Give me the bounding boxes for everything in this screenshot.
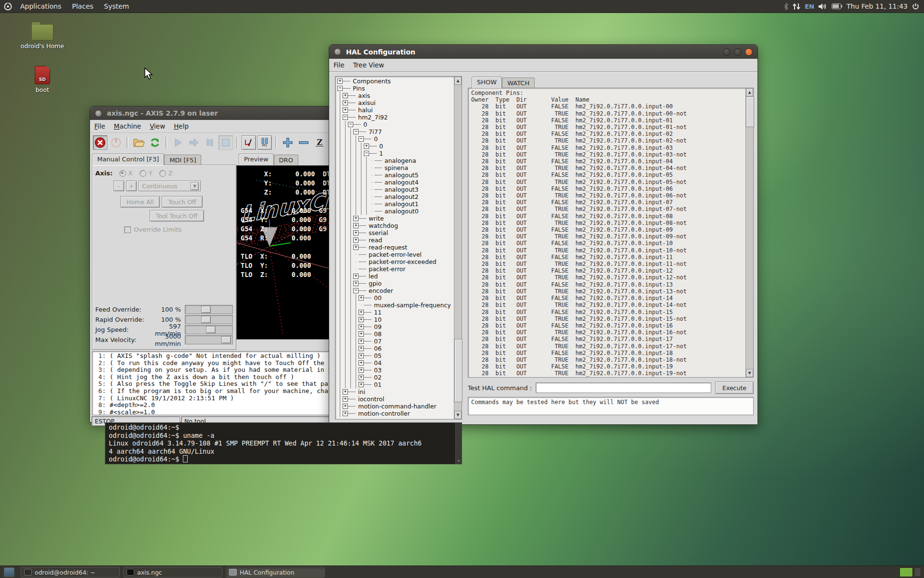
zoom-in-button[interactable] xyxy=(281,135,295,150)
taskbar-item-hal[interactable]: HAL Configuration xyxy=(226,567,325,578)
tree-item-10[interactable]: +10 xyxy=(337,316,454,323)
tree-item-gpio[interactable]: +gpio xyxy=(337,280,454,287)
jog-plus-button[interactable]: + xyxy=(126,181,137,191)
tree-item-led[interactable]: +led xyxy=(337,273,454,280)
axis-radio-x[interactable]: X xyxy=(119,170,133,177)
tree-item-analogout5[interactable]: analogout5 xyxy=(337,171,454,179)
expand-icon[interactable]: + xyxy=(343,404,348,409)
tree-scrollbar[interactable]: ▲ ▼ xyxy=(454,77,462,419)
desktop-icon-boot[interactable]: SD boot xyxy=(20,66,64,93)
terminal-scrollbar[interactable]: ▾ xyxy=(455,423,462,464)
expand-icon[interactable]: + xyxy=(343,411,348,416)
reload-button[interactable] xyxy=(148,135,162,150)
expand-icon[interactable]: + xyxy=(353,237,359,243)
axis-radio-z[interactable]: Z xyxy=(159,170,173,177)
tree-item-01[interactable]: +01 xyxy=(337,381,454,388)
tree-item-halui[interactable]: +halui xyxy=(337,106,454,114)
tree-item-0[interactable]: −0 xyxy=(337,121,454,128)
tree-item-analogout0[interactable]: analogout0 xyxy=(337,208,454,215)
tree-item-axisui[interactable]: +axisui xyxy=(337,99,454,106)
execute-button[interactable]: Execute xyxy=(715,381,754,394)
terminal-window[interactable]: odroid@odroid64:~$ odroid@odroid64:~$ un… xyxy=(105,422,462,464)
menu-file[interactable]: File xyxy=(90,122,110,130)
tree-item-analogout1[interactable]: analogout1 xyxy=(337,200,454,208)
expand-icon[interactable]: + xyxy=(353,223,359,228)
scroll-up-icon[interactable]: ▲ xyxy=(746,88,753,96)
expand-icon[interactable]: + xyxy=(337,79,343,84)
show-desktop-icon[interactable] xyxy=(4,567,14,577)
override-slider[interactable] xyxy=(185,315,233,324)
expand-icon[interactable]: + xyxy=(359,295,364,301)
expand-icon[interactable]: + xyxy=(359,331,364,337)
tree-item-axis[interactable]: +axis xyxy=(337,92,454,99)
tree-item-motion-controller[interactable]: +motion-controller xyxy=(337,410,454,417)
close-button[interactable] xyxy=(745,48,753,56)
open-file-button[interactable] xyxy=(132,135,146,150)
expand-icon[interactable]: + xyxy=(359,324,364,329)
override-slider[interactable] xyxy=(185,325,233,334)
collapse-icon[interactable]: − xyxy=(337,86,343,91)
jog-mode-select[interactable]: Continuous ▼ xyxy=(139,181,201,191)
pause-button[interactable] xyxy=(203,135,217,150)
tree-item-1[interactable]: −1 xyxy=(337,150,454,157)
tree-item-spinena[interactable]: spinena xyxy=(337,164,454,171)
tab-preview[interactable]: Preview xyxy=(239,154,274,165)
menu-tree-view[interactable]: Tree View xyxy=(349,61,388,69)
tab-dro[interactable]: DRO xyxy=(274,155,298,165)
bluetooth-icon[interactable] xyxy=(784,3,788,10)
override-slider[interactable] xyxy=(185,305,233,314)
tree-item-encoder[interactable]: −encoder xyxy=(337,287,454,294)
optional-stop-m1-button[interactable]: M1 xyxy=(257,135,272,150)
tree-item-packet-error[interactable]: packet-error xyxy=(337,265,454,273)
zoom-out-button[interactable] xyxy=(296,135,311,150)
scroll-down-icon[interactable]: ▼ xyxy=(454,411,462,419)
tree-item-06[interactable]: +06 xyxy=(337,345,454,352)
expand-icon[interactable]: + xyxy=(343,107,348,113)
tree-item-analogena[interactable]: analogena xyxy=(337,157,454,164)
view-z-button[interactable]: Z xyxy=(312,135,327,150)
tool-touch-off-button[interactable]: Tool Touch Off xyxy=(150,210,204,222)
jog-minus-button[interactable]: - xyxy=(114,181,124,191)
run-button[interactable] xyxy=(171,135,185,150)
power-icon[interactable] xyxy=(912,3,919,10)
taskbar-item-terminal[interactable]: odroid@odroid64: ~ xyxy=(21,567,120,578)
scroll-down-icon[interactable]: ▼ xyxy=(746,369,753,377)
battery-icon[interactable] xyxy=(832,3,842,9)
expand-icon[interactable]: + xyxy=(359,346,364,351)
tree-item-ini[interactable]: +ini xyxy=(337,388,454,395)
expand-icon[interactable]: + xyxy=(343,396,348,402)
workspace-1[interactable] xyxy=(899,567,913,577)
collapse-icon[interactable]: − xyxy=(348,122,353,127)
collapse-icon[interactable]: − xyxy=(343,115,348,120)
override-slider[interactable] xyxy=(185,335,233,344)
taskbar-item-axis[interactable]: axis.ngc xyxy=(123,567,222,578)
expand-icon[interactable]: + xyxy=(359,382,364,387)
expand-icon[interactable]: + xyxy=(353,216,359,221)
tree-item-Components[interactable]: +Components xyxy=(337,78,454,85)
expand-icon[interactable]: + xyxy=(343,93,348,98)
tree-item-09[interactable]: +09 xyxy=(337,323,454,330)
tree-item-muxed-sample-frequency[interactable]: muxed-sample-frequency xyxy=(337,302,454,309)
step-button[interactable] xyxy=(187,135,201,150)
tree-item-motion-command-handler[interactable]: +motion-command-handler xyxy=(337,403,454,410)
expand-icon[interactable]: + xyxy=(359,375,364,380)
expand-icon[interactable]: + xyxy=(353,245,359,250)
tree-item-analogout2[interactable]: analogout2 xyxy=(337,193,454,200)
expand-icon[interactable]: + xyxy=(359,353,364,358)
axis-radio-y[interactable]: Y xyxy=(140,170,153,177)
menu-applications[interactable]: Applications xyxy=(15,0,67,13)
tree-item-7i77[interactable]: −7i77 xyxy=(337,128,454,135)
hal-titlebar[interactable]: HAL Configuration xyxy=(329,45,757,59)
tree-item-03[interactable]: +03 xyxy=(337,367,454,374)
tree-item-05[interactable]: +05 xyxy=(337,352,454,359)
tree-item-watchdog[interactable]: +watchdog xyxy=(337,222,454,229)
tree-item-read-request[interactable]: +read-request xyxy=(337,244,454,251)
stop-button[interactable] xyxy=(218,135,233,150)
toggle-skip-lines-button[interactable] xyxy=(242,135,256,150)
window-menu-icon[interactable] xyxy=(334,48,341,55)
override-limits-checkbox[interactable]: Override Limits xyxy=(124,226,233,233)
home-all-button[interactable]: Home All xyxy=(120,196,160,208)
expand-icon[interactable]: + xyxy=(353,281,359,286)
workspace-2[interactable] xyxy=(914,567,921,577)
menu-places[interactable]: Places xyxy=(67,0,99,13)
